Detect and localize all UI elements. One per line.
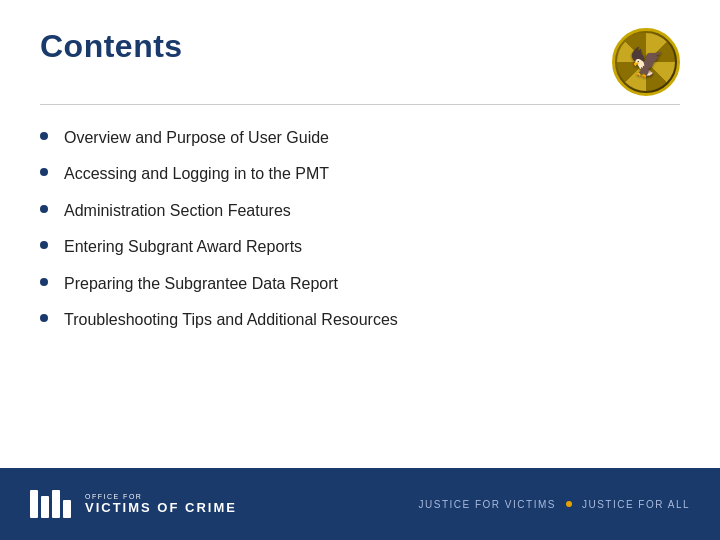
footer-tagline-left: Justice for Victims bbox=[419, 499, 556, 510]
footer-tagline-right: Justice for All bbox=[582, 499, 690, 510]
bullet-dot bbox=[40, 132, 48, 140]
list-item: Troubleshooting Tips and Additional Reso… bbox=[40, 309, 680, 331]
footer-separator-dot bbox=[566, 501, 572, 507]
page-title: Contents bbox=[40, 28, 183, 65]
bullet-text: Entering Subgrant Award Reports bbox=[64, 236, 302, 258]
doj-seal: 🦅 bbox=[612, 28, 680, 96]
ovc-columns-icon bbox=[30, 490, 71, 518]
eagle-icon: 🦅 bbox=[629, 46, 664, 79]
seal-inner: 🦅 bbox=[617, 33, 675, 91]
footer-ovc-text: Office for Victims of Crime bbox=[85, 493, 237, 515]
bullet-text: Overview and Purpose of User Guide bbox=[64, 127, 329, 149]
list-item: Overview and Purpose of User Guide bbox=[40, 127, 680, 149]
bullet-dot bbox=[40, 205, 48, 213]
bullet-dot bbox=[40, 168, 48, 176]
footer-office-label: Office for bbox=[85, 493, 237, 500]
footer-logo-area: Office for Victims of Crime bbox=[30, 490, 237, 518]
footer-org-name: Victims of Crime bbox=[85, 500, 237, 515]
bullet-dot bbox=[40, 278, 48, 286]
bullet-text: Accessing and Logging in to the PMT bbox=[64, 163, 329, 185]
footer-bar: Office for Victims of Crime Justice for … bbox=[0, 468, 720, 540]
title-divider bbox=[40, 104, 680, 105]
col4 bbox=[63, 500, 71, 518]
bullet-text: Troubleshooting Tips and Additional Reso… bbox=[64, 309, 398, 331]
bullet-dot bbox=[40, 241, 48, 249]
bullet-dot bbox=[40, 314, 48, 322]
col3 bbox=[52, 490, 60, 518]
list-item: Administration Section Features bbox=[40, 200, 680, 222]
header-row: Contents 🦅 bbox=[40, 28, 680, 96]
footer-tagline: Justice for Victims Justice for All bbox=[419, 499, 690, 510]
main-content: Contents 🦅 Overview and Purpose of User … bbox=[0, 0, 720, 468]
list-item: Accessing and Logging in to the PMT bbox=[40, 163, 680, 185]
col2 bbox=[41, 496, 49, 518]
list-item: Entering Subgrant Award Reports bbox=[40, 236, 680, 258]
bullet-text: Administration Section Features bbox=[64, 200, 291, 222]
contents-list: Overview and Purpose of User Guide Acces… bbox=[40, 127, 680, 331]
col1 bbox=[30, 490, 38, 518]
list-item: Preparing the Subgrantee Data Report bbox=[40, 273, 680, 295]
bullet-text: Preparing the Subgrantee Data Report bbox=[64, 273, 338, 295]
page-container: Contents 🦅 Overview and Purpose of User … bbox=[0, 0, 720, 540]
